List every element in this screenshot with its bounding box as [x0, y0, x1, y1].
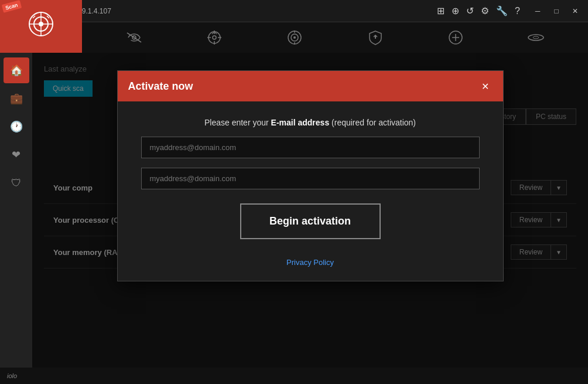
begin-activation-button[interactable]: Begin activation: [240, 203, 381, 239]
restore-button[interactable]: □: [548, 3, 565, 19]
svg-point-15: [293, 36, 296, 39]
minimize-button[interactable]: ─: [529, 3, 546, 19]
privacy-policy-link[interactable]: Privacy Policy: [286, 258, 334, 267]
brand-label: iolo: [7, 372, 17, 379]
logo-area: Scan: [0, 0, 82, 53]
sidebar-item-briefcase[interactable]: 💼: [4, 86, 29, 111]
modal-close-button[interactable]: ✕: [478, 79, 493, 93]
globe-icon[interactable]: ⊕: [452, 5, 459, 16]
wrench-icon[interactable]: 🔧: [496, 5, 508, 16]
activate-modal: Activate now ✕ Please enter your E-mail …: [117, 70, 504, 281]
sidebar-item-history[interactable]: 🕐: [4, 114, 29, 140]
instruction-plain: Please enter your: [204, 118, 271, 127]
instruction-bold: E-mail address: [271, 118, 330, 127]
scan-badge: Scan: [2, 0, 22, 13]
disc-icon[interactable]: [523, 25, 549, 50]
sidebar: 🏠 💼 🕐 ❤ 🛡: [0, 53, 32, 368]
email-input[interactable]: [141, 137, 480, 158]
gear-icon[interactable]: ⚙: [481, 5, 489, 16]
logo-icon: [27, 10, 55, 43]
plus-shield-icon[interactable]: [443, 25, 469, 50]
sidebar-item-shield[interactable]: 🛡: [4, 170, 29, 196]
instruction-rest: (required for activation): [329, 118, 416, 127]
title-toolbar: ⊞ ⊕ ↺ ⚙ 🔧 ?: [437, 5, 520, 16]
eye-off-icon[interactable]: [121, 25, 147, 50]
svg-point-12: [213, 36, 216, 39]
svg-point-22: [528, 35, 543, 40]
main-content: Last analyze Quick sca History PC status…: [32, 53, 588, 368]
target-icon[interactable]: [282, 25, 307, 50]
modal-title: Activate now: [128, 80, 193, 93]
svg-point-23: [533, 36, 539, 39]
nav-toolbar: [82, 22, 588, 53]
refresh-icon[interactable]: ↺: [466, 5, 474, 16]
modal-body: Please enter your E-mail address (requir…: [118, 101, 503, 281]
pages-icon[interactable]: ⊞: [437, 5, 445, 16]
close-button[interactable]: ✕: [567, 3, 583, 19]
title-bar: System Mechanic 19.1.4.107 ⊞ ⊕ ↺ ⚙ 🔧 ? ─…: [0, 0, 588, 22]
confirm-email-input[interactable]: [141, 168, 480, 189]
power-shield-icon[interactable]: [363, 25, 388, 50]
sidebar-item-home[interactable]: 🏠: [4, 57, 29, 83]
sidebar-item-health[interactable]: ❤: [4, 142, 29, 168]
modal-overlay: Activate now ✕ Please enter your E-mail …: [32, 53, 588, 368]
crosshair-icon[interactable]: [201, 25, 227, 50]
modal-header: Activate now ✕: [118, 71, 503, 101]
window-controls: ─ □ ✕: [529, 3, 583, 19]
status-bar: iolo: [0, 368, 588, 384]
version-label: 19.1.4.107: [78, 7, 111, 15]
svg-point-4: [39, 22, 43, 26]
instruction-text: Please enter your E-mail address (requir…: [204, 118, 416, 127]
help-icon[interactable]: ?: [515, 6, 520, 16]
